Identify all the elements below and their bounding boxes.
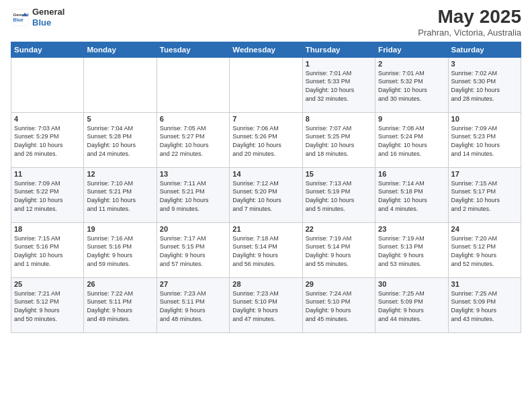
location: Prahran, Victoria, Australia — [418, 28, 521, 38]
day-info: Sunrise: 7:06 AM Sunset: 5:26 PM Dayligh… — [232, 124, 299, 158]
day-number: 9 — [378, 115, 445, 123]
logo-icon: General Blue — [11, 8, 30, 27]
day-info: Sunrise: 7:12 AM Sunset: 5:20 PM Dayligh… — [232, 179, 299, 213]
calendar-cell: 14Sunrise: 7:12 AM Sunset: 5:20 PM Dayli… — [230, 167, 302, 222]
logo-blue: Blue — [32, 17, 64, 28]
day-info: Sunrise: 7:18 AM Sunset: 5:14 PM Dayligh… — [232, 234, 299, 268]
day-number: 8 — [306, 115, 372, 123]
day-info: Sunrise: 7:02 AM Sunset: 5:30 PM Dayligh… — [451, 69, 518, 103]
day-number: 21 — [232, 225, 299, 233]
day-number: 7 — [232, 115, 299, 123]
calendar-header: SundayMondayTuesdayWednesdayThursdayFrid… — [11, 42, 521, 57]
day-header-sunday: Sunday — [11, 42, 84, 57]
day-number: 5 — [87, 115, 153, 123]
calendar-cell: 11Sunrise: 7:09 AM Sunset: 5:22 PM Dayli… — [11, 167, 84, 222]
calendar-cell: 17Sunrise: 7:15 AM Sunset: 5:17 PM Dayli… — [448, 167, 521, 222]
day-info: Sunrise: 7:11 AM Sunset: 5:21 PM Dayligh… — [160, 179, 226, 213]
logo-text: General Blue — [32, 7, 64, 28]
day-number: 4 — [14, 115, 81, 123]
day-number: 1 — [306, 60, 372, 68]
day-number: 29 — [306, 280, 372, 288]
calendar-cell: 31Sunrise: 7:25 AM Sunset: 5:09 PM Dayli… — [448, 277, 521, 332]
day-info: Sunrise: 7:08 AM Sunset: 5:24 PM Dayligh… — [378, 124, 445, 158]
day-info: Sunrise: 7:23 AM Sunset: 5:10 PM Dayligh… — [232, 289, 299, 323]
day-number: 15 — [306, 170, 372, 178]
calendar-cell: 12Sunrise: 7:10 AM Sunset: 5:21 PM Dayli… — [84, 167, 157, 222]
calendar-cell — [11, 57, 84, 112]
day-number: 13 — [160, 170, 226, 178]
header: General Blue General Blue May 2025 Prahr… — [11, 7, 521, 38]
calendar-cell: 21Sunrise: 7:18 AM Sunset: 5:14 PM Dayli… — [230, 222, 302, 277]
day-number: 6 — [160, 115, 226, 123]
day-number: 19 — [87, 225, 153, 233]
day-info: Sunrise: 7:22 AM Sunset: 5:11 PM Dayligh… — [87, 289, 153, 323]
day-number: 18 — [14, 225, 81, 233]
day-header-monday: Monday — [84, 42, 157, 57]
header-row: SundayMondayTuesdayWednesdayThursdayFrid… — [11, 42, 521, 57]
calendar-cell: 29Sunrise: 7:24 AM Sunset: 5:10 PM Dayli… — [302, 277, 375, 332]
day-number: 12 — [87, 170, 153, 178]
day-info: Sunrise: 7:25 AM Sunset: 5:09 PM Dayligh… — [451, 289, 518, 323]
calendar-cell: 4Sunrise: 7:03 AM Sunset: 5:29 PM Daylig… — [11, 112, 84, 167]
day-header-friday: Friday — [375, 42, 448, 57]
day-info: Sunrise: 7:05 AM Sunset: 5:27 PM Dayligh… — [160, 124, 226, 158]
calendar-cell: 26Sunrise: 7:22 AM Sunset: 5:11 PM Dayli… — [84, 277, 157, 332]
calendar-page: General Blue General Blue May 2025 Prahr… — [0, 0, 532, 411]
day-number: 11 — [14, 170, 81, 178]
day-number: 31 — [451, 280, 518, 288]
calendar-cell: 9Sunrise: 7:08 AM Sunset: 5:24 PM Daylig… — [375, 112, 448, 167]
day-header-thursday: Thursday — [302, 42, 375, 57]
day-info: Sunrise: 7:21 AM Sunset: 5:12 PM Dayligh… — [14, 289, 81, 323]
day-number: 3 — [451, 60, 518, 68]
calendar-cell: 13Sunrise: 7:11 AM Sunset: 5:21 PM Dayli… — [157, 167, 229, 222]
calendar-cell: 22Sunrise: 7:19 AM Sunset: 5:14 PM Dayli… — [302, 222, 375, 277]
day-info: Sunrise: 7:01 AM Sunset: 5:32 PM Dayligh… — [378, 69, 445, 103]
day-info: Sunrise: 7:07 AM Sunset: 5:25 PM Dayligh… — [306, 124, 372, 158]
calendar-cell: 1Sunrise: 7:01 AM Sunset: 5:33 PM Daylig… — [302, 57, 375, 112]
week-row-2: 4Sunrise: 7:03 AM Sunset: 5:29 PM Daylig… — [11, 112, 521, 167]
day-number: 10 — [451, 115, 518, 123]
day-number: 26 — [87, 280, 153, 288]
day-number: 27 — [160, 280, 226, 288]
day-header-wednesday: Wednesday — [230, 42, 302, 57]
calendar-cell: 30Sunrise: 7:25 AM Sunset: 5:09 PM Dayli… — [375, 277, 448, 332]
day-number: 30 — [378, 280, 445, 288]
day-number: 20 — [160, 225, 226, 233]
day-info: Sunrise: 7:09 AM Sunset: 5:22 PM Dayligh… — [14, 179, 81, 213]
calendar-cell: 8Sunrise: 7:07 AM Sunset: 5:25 PM Daylig… — [302, 112, 375, 167]
day-number: 16 — [378, 170, 445, 178]
calendar-cell: 7Sunrise: 7:06 AM Sunset: 5:26 PM Daylig… — [230, 112, 302, 167]
logo: General Blue General Blue — [11, 7, 64, 28]
day-header-saturday: Saturday — [448, 42, 521, 57]
day-number: 22 — [306, 225, 372, 233]
day-number: 14 — [232, 170, 299, 178]
day-info: Sunrise: 7:15 AM Sunset: 5:17 PM Dayligh… — [451, 179, 518, 213]
day-info: Sunrise: 7:19 AM Sunset: 5:14 PM Dayligh… — [306, 234, 372, 268]
day-number: 25 — [14, 280, 81, 288]
day-info: Sunrise: 7:15 AM Sunset: 5:16 PM Dayligh… — [14, 234, 81, 268]
calendar-cell — [230, 57, 302, 112]
day-info: Sunrise: 7:09 AM Sunset: 5:23 PM Dayligh… — [451, 124, 518, 158]
day-number: 23 — [378, 225, 445, 233]
calendar-cell: 20Sunrise: 7:17 AM Sunset: 5:15 PM Dayli… — [157, 222, 229, 277]
calendar-cell: 15Sunrise: 7:13 AM Sunset: 5:19 PM Dayli… — [302, 167, 375, 222]
day-info: Sunrise: 7:14 AM Sunset: 5:18 PM Dayligh… — [378, 179, 445, 213]
day-header-tuesday: Tuesday — [157, 42, 229, 57]
day-info: Sunrise: 7:25 AM Sunset: 5:09 PM Dayligh… — [378, 289, 445, 323]
calendar-cell: 10Sunrise: 7:09 AM Sunset: 5:23 PM Dayli… — [448, 112, 521, 167]
day-info: Sunrise: 7:01 AM Sunset: 5:33 PM Dayligh… — [306, 69, 372, 103]
calendar-cell — [84, 57, 157, 112]
week-row-4: 18Sunrise: 7:15 AM Sunset: 5:16 PM Dayli… — [11, 222, 521, 277]
day-info: Sunrise: 7:13 AM Sunset: 5:19 PM Dayligh… — [306, 179, 372, 213]
day-number: 2 — [378, 60, 445, 68]
calendar-cell: 19Sunrise: 7:16 AM Sunset: 5:16 PM Dayli… — [84, 222, 157, 277]
week-row-1: 1Sunrise: 7:01 AM Sunset: 5:33 PM Daylig… — [11, 57, 521, 112]
calendar-cell: 16Sunrise: 7:14 AM Sunset: 5:18 PM Dayli… — [375, 167, 448, 222]
day-info: Sunrise: 7:24 AM Sunset: 5:10 PM Dayligh… — [306, 289, 372, 323]
day-info: Sunrise: 7:10 AM Sunset: 5:21 PM Dayligh… — [87, 179, 153, 213]
day-info: Sunrise: 7:04 AM Sunset: 5:28 PM Dayligh… — [87, 124, 153, 158]
day-info: Sunrise: 7:17 AM Sunset: 5:15 PM Dayligh… — [160, 234, 226, 268]
calendar-cell: 28Sunrise: 7:23 AM Sunset: 5:10 PM Dayli… — [230, 277, 302, 332]
calendar-cell: 18Sunrise: 7:15 AM Sunset: 5:16 PM Dayli… — [11, 222, 84, 277]
day-info: Sunrise: 7:23 AM Sunset: 5:11 PM Dayligh… — [160, 289, 226, 323]
